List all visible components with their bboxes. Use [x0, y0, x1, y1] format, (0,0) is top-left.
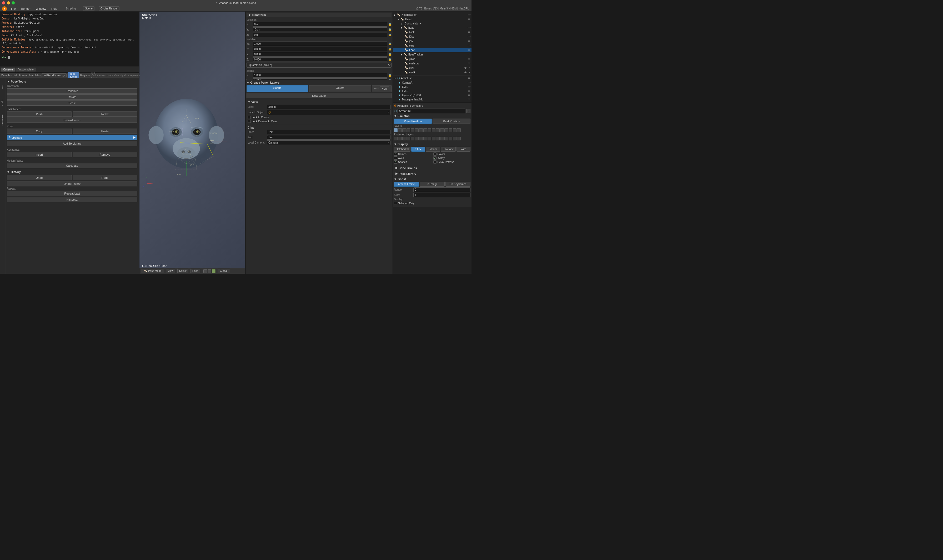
- status-icon-2[interactable]: [208, 269, 211, 273]
- local-camera-field[interactable]: Camera ✕: [267, 140, 390, 145]
- outliner-eyestracker[interactable]: ▼ 🦴 EyesTracker 👁: [393, 52, 471, 57]
- view-button[interactable]: View: [166, 269, 176, 273]
- ghost-step-field[interactable]: [414, 193, 471, 197]
- player-4[interactable]: [406, 137, 410, 140]
- player-16[interactable]: [457, 137, 461, 140]
- push-button[interactable]: Push: [7, 111, 72, 117]
- rotation-z-field[interactable]: [253, 57, 387, 62]
- outliner-head-sub[interactable]: ▼ 🦴 head 👁: [393, 26, 471, 30]
- lock-z-icon[interactable]: 🔒: [388, 33, 392, 36]
- outliner-eyebrow[interactable]: 🦴 eyebrow 👁: [393, 61, 471, 66]
- location-z-field[interactable]: [253, 32, 387, 37]
- engine-selector[interactable]: Cycles Render: [99, 6, 120, 11]
- outliner-eyer[interactable]: 🦴 eyeR 👁 ↗: [393, 70, 471, 75]
- layer-5[interactable]: [411, 128, 414, 132]
- player-11[interactable]: [436, 137, 440, 140]
- layer-10[interactable]: [432, 128, 435, 132]
- status-icon-1[interactable]: [204, 269, 207, 273]
- gp-object-button[interactable]: Object: [309, 85, 371, 92]
- undo-button[interactable]: Undo: [7, 175, 72, 180]
- select-button[interactable]: Select: [177, 269, 188, 273]
- console-prompt-area[interactable]: >>>: [2, 56, 137, 59]
- gp-scene-button[interactable]: Scene: [247, 85, 309, 92]
- names-checkbox[interactable]: [394, 152, 397, 155]
- menu-file[interactable]: File: [10, 6, 17, 11]
- propagate-button[interactable]: Propagate ▶: [7, 135, 137, 140]
- edit-menu[interactable]: Edit: [14, 74, 18, 77]
- disp-wire[interactable]: Wire: [457, 147, 471, 152]
- blender-logo[interactable]: B: [2, 6, 7, 11]
- player-9[interactable]: [428, 137, 431, 140]
- layer-3[interactable]: [402, 128, 406, 132]
- outliner-armature-obj[interactable]: ▼ ⬡ Armature 👁: [393, 76, 471, 80]
- outliner-headtracker[interactable]: ▶ 🦴 HeadTracker 👁: [393, 12, 471, 17]
- layer-13[interactable]: [444, 128, 448, 132]
- clip-end-field[interactable]: [267, 135, 390, 140]
- axes-checkbox[interactable]: [394, 157, 397, 160]
- global-button[interactable]: Global: [218, 269, 230, 273]
- colors-checkbox[interactable]: [433, 152, 437, 155]
- player-3[interactable]: [402, 137, 406, 140]
- player-5[interactable]: [411, 137, 414, 140]
- outliner-yawn[interactable]: 🦴 yawn 👁: [393, 57, 471, 61]
- history-button[interactable]: History...: [7, 197, 137, 202]
- layer-14[interactable]: [449, 128, 452, 132]
- player-6[interactable]: [415, 137, 418, 140]
- sidebar-options-icon[interactable]: Options: [0, 96, 5, 109]
- rot-lock-w[interactable]: 🔒: [388, 42, 392, 45]
- translate-button[interactable]: Translate: [7, 88, 137, 94]
- delay-refresh-checkbox[interactable]: [433, 160, 437, 163]
- layer-6[interactable]: [415, 128, 418, 132]
- layer-8[interactable]: [423, 128, 427, 132]
- lock-y-icon[interactable]: 🔒: [388, 28, 392, 31]
- menu-render[interactable]: Render: [20, 6, 32, 11]
- player-1[interactable]: [394, 137, 398, 140]
- insert-button[interactable]: Insert: [7, 152, 72, 157]
- mode-select[interactable]: 🦴 Pose Mode: [142, 269, 164, 273]
- outliner-ears[interactable]: 🦴 ears 👁: [393, 43, 471, 48]
- rotate-button[interactable]: Rotate: [7, 94, 137, 100]
- maximize-button[interactable]: [12, 1, 15, 5]
- armature-name-field[interactable]: [398, 109, 465, 113]
- 3d-viewport[interactable]: User Ortho Meters: [139, 12, 245, 274]
- gp-tools-row[interactable]: ✏ + New: [372, 85, 392, 92]
- view-menu[interactable]: View: [1, 74, 7, 77]
- scale-button[interactable]: Scale: [7, 100, 137, 106]
- gp-new-layer-button[interactable]: New Layer: [247, 93, 392, 98]
- player-12[interactable]: [440, 137, 444, 140]
- ghost-in-range[interactable]: In Range: [420, 182, 444, 187]
- disp-envelope[interactable]: Envelope: [441, 147, 456, 152]
- layer-9[interactable]: [428, 128, 431, 132]
- pose-button[interactable]: Pose: [190, 269, 200, 273]
- text-menu[interactable]: Text: [8, 74, 12, 77]
- layer-12[interactable]: [440, 128, 444, 132]
- outliner-jaw[interactable]: 🦴 jaw 👁: [393, 39, 471, 43]
- rot-lock-x[interactable]: 🔒: [388, 48, 392, 51]
- layer-16[interactable]: [457, 128, 461, 132]
- outliner-constraints[interactable]: ⛓ Constraints •: [393, 22, 471, 26]
- lens-field[interactable]: [267, 105, 390, 109]
- bone-groups-section[interactable]: ▶ Bone Groups: [394, 165, 471, 171]
- layer-2[interactable]: [398, 128, 402, 132]
- shapes-checkbox[interactable]: [394, 160, 397, 163]
- ws-tab-scripting[interactable]: Scripting: [64, 6, 78, 11]
- player-15[interactable]: [453, 137, 457, 140]
- add-to-library-button[interactable]: Add To Library: [7, 141, 137, 146]
- ghost-around-frame[interactable]: Around Frame: [394, 182, 419, 187]
- rotation-mode-select[interactable]: Quaternion (WXYZ): [247, 63, 392, 68]
- layer-7[interactable]: [419, 128, 423, 132]
- layer-15[interactable]: [453, 128, 457, 132]
- breakdowner-button[interactable]: Breakdowner: [7, 117, 137, 123]
- disp-bbone[interactable]: B-Bone: [426, 147, 440, 152]
- menu-window[interactable]: Window: [35, 6, 47, 11]
- outliner-head-bone[interactable]: ▼ 🦴 Head 👁: [393, 17, 471, 22]
- selected-only-checkbox[interactable]: [394, 202, 397, 205]
- scene-selector[interactable]: Scene: [83, 6, 94, 11]
- rot-lock-z[interactable]: 🔒: [388, 58, 392, 61]
- close-button[interactable]: [2, 1, 5, 5]
- menu-help[interactable]: Help: [50, 6, 59, 11]
- outliner-eyel-mesh[interactable]: ▼ EyeL 👁: [393, 85, 471, 89]
- tab-console[interactable]: Console: [1, 68, 15, 72]
- outliner-kiss[interactable]: 🦴 Kiss 👁: [393, 34, 471, 39]
- pose-position-button[interactable]: Pose Position: [394, 118, 432, 124]
